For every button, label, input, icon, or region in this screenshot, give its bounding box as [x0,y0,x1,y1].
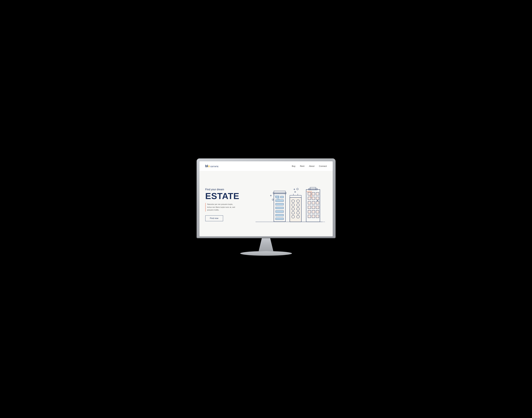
svg-point-34 [292,211,295,214]
hero-subtitle: Find your dream [205,188,252,191]
monitor-base [240,251,292,256]
svg-rect-59 [308,215,311,218]
svg-rect-22 [290,197,301,222]
buildings-svg: + + + [251,179,327,231]
svg-point-31 [297,203,299,206]
svg-rect-48 [312,197,315,200]
svg-rect-52 [316,201,319,204]
nav-item-connect[interactable]: Connect [319,164,327,167]
svg-rect-14 [280,196,284,198]
svg-point-30 [292,203,295,206]
svg-rect-16 [276,203,284,205]
monitor-shadow [234,256,299,260]
svg-text:+: + [293,187,295,191]
svg-rect-50 [308,201,311,204]
monitor-neck [255,238,277,251]
svg-rect-19 [276,214,284,216]
svg-rect-18 [276,210,284,212]
svg-rect-47 [308,197,311,200]
svg-point-5 [295,191,296,192]
svg-rect-53 [308,206,311,209]
nav-links: Buy Rent About Connect [292,164,327,167]
monitor-screen: blu ESTATE Buy Rent About Connect Find y… [200,161,333,236]
logo-accent: u [208,164,210,168]
monitor-bezel: blu ESTATE Buy Rent About Connect Find y… [197,158,336,238]
svg-rect-17 [276,207,284,209]
monitor-wrapper: blu ESTATE Buy Rent About Connect Find y… [197,158,336,260]
svg-point-36 [292,215,295,218]
logo-estate: ESTATE [211,166,219,167]
hero-description: Nascetur per nec posuere turpis, lectus … [205,203,238,211]
nav-rent-link[interactable]: Rent [300,165,304,167]
svg-rect-51 [312,201,315,204]
svg-text:+: + [270,194,272,197]
navbar: blu ESTATE Buy Rent About Connect [200,161,333,171]
nav-about-link[interactable]: About [309,165,314,167]
svg-rect-45 [312,192,315,195]
svg-rect-57 [312,210,315,213]
logo-text: blu [205,164,210,168]
logo: blu ESTATE [205,164,219,168]
svg-rect-54 [312,206,315,209]
svg-rect-61 [316,215,319,218]
svg-rect-44 [308,192,311,195]
svg-rect-13 [276,196,279,198]
nav-buy-link[interactable]: Buy [292,165,295,167]
svg-rect-56 [308,210,311,213]
hero-title: ESTATE [205,192,252,200]
nav-connect-link[interactable]: Connect [319,165,327,167]
svg-point-32 [292,208,295,210]
svg-rect-55 [316,206,319,209]
svg-point-28 [292,199,295,202]
svg-point-29 [297,199,299,202]
svg-rect-20 [276,218,284,220]
svg-rect-49 [316,197,319,200]
nav-item-rent[interactable]: Rent [300,164,304,167]
svg-point-4 [297,188,299,190]
svg-point-35 [297,211,299,214]
hero-content: Find your dream ESTATE Nascetur per nec … [205,188,252,221]
svg-point-37 [297,215,299,218]
nav-item-buy[interactable]: Buy [292,164,295,167]
svg-rect-15 [276,199,284,202]
find-now-button[interactable]: Find now [205,215,223,221]
svg-point-6 [272,199,274,200]
svg-rect-40 [309,188,317,190]
hero-illustration: + + + [251,179,327,231]
svg-point-33 [297,208,299,210]
svg-rect-60 [312,215,315,218]
hero-section: Find your dream ESTATE Nascetur per nec … [200,171,333,236]
nav-item-about[interactable]: About [309,164,314,167]
svg-rect-58 [316,210,319,213]
svg-rect-46 [316,192,319,195]
svg-rect-9 [273,192,286,194]
